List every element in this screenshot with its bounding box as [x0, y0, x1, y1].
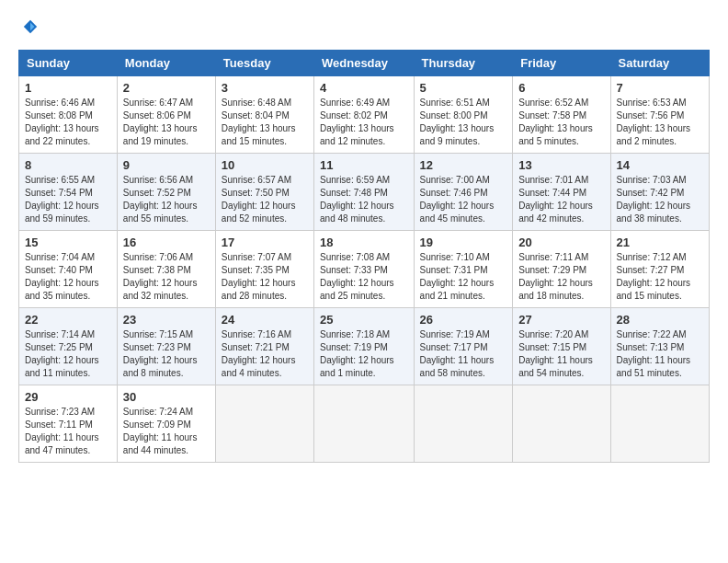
day-info: Sunrise: 7:15 AMSunset: 7:23 PMDaylight:… [123, 329, 198, 378]
day-number: 2 [123, 81, 210, 95]
day-number: 3 [222, 81, 308, 95]
calendar-day-cell: 12 Sunrise: 7:00 AMSunset: 7:46 PMDaylig… [414, 154, 513, 231]
day-info: Sunrise: 7:08 AMSunset: 7:33 PMDaylight:… [320, 252, 394, 301]
day-info: Sunrise: 7:04 AMSunset: 7:40 PMDaylight:… [25, 252, 99, 301]
day-info: Sunrise: 6:48 AMSunset: 8:04 PMDaylight:… [222, 98, 296, 146]
day-info: Sunrise: 6:53 AMSunset: 7:56 PMDaylight:… [617, 98, 691, 146]
calendar-day-cell: 2 Sunrise: 6:47 AMSunset: 8:06 PMDayligh… [117, 76, 215, 154]
calendar-day-cell: 9 Sunrise: 6:56 AMSunset: 7:52 PMDayligh… [117, 154, 215, 231]
calendar-day-cell: 11 Sunrise: 6:59 AMSunset: 7:48 PMDaylig… [314, 154, 415, 231]
day-info: Sunrise: 7:19 AMSunset: 7:17 PMDaylight:… [420, 329, 495, 378]
calendar-day-cell [314, 385, 415, 463]
weekday-header: Friday [513, 51, 610, 76]
day-number: 25 [320, 313, 408, 327]
calendar-day-cell [414, 385, 513, 463]
calendar-day-cell: 28 Sunrise: 7:22 AMSunset: 7:13 PMDaylig… [610, 308, 709, 385]
day-number: 23 [123, 313, 210, 327]
day-number: 24 [222, 313, 308, 327]
day-info: Sunrise: 7:18 AMSunset: 7:19 PMDaylight:… [320, 329, 394, 378]
calendar-day-cell: 22 Sunrise: 7:14 AMSunset: 7:25 PMDaylig… [19, 308, 118, 385]
day-number: 21 [617, 236, 703, 249]
day-info: Sunrise: 7:01 AMSunset: 7:44 PMDaylight:… [518, 175, 593, 224]
calendar-day-cell: 30 Sunrise: 7:24 AMSunset: 7:09 PMDaylig… [117, 385, 215, 463]
calendar-day-cell: 23 Sunrise: 7:15 AMSunset: 7:23 PMDaylig… [117, 308, 215, 385]
day-number: 30 [123, 390, 210, 404]
day-info: Sunrise: 7:06 AMSunset: 7:38 PMDaylight:… [123, 252, 198, 301]
day-info: Sunrise: 6:55 AMSunset: 7:54 PMDaylight:… [25, 175, 99, 224]
day-info: Sunrise: 7:03 AMSunset: 7:42 PMDaylight:… [617, 175, 691, 224]
calendar: SundayMondayTuesdayWednesdayThursdayFrid… [18, 50, 710, 463]
weekday-header: Saturday [610, 51, 709, 76]
calendar-day-cell: 13 Sunrise: 7:01 AMSunset: 7:44 PMDaylig… [513, 154, 610, 231]
day-number: 26 [420, 313, 507, 327]
weekday-header: Tuesday [215, 51, 313, 76]
day-number: 28 [617, 313, 703, 327]
day-info: Sunrise: 7:11 AMSunset: 7:29 PMDaylight:… [518, 252, 593, 301]
day-number: 27 [518, 313, 604, 327]
calendar-week-row: 1 Sunrise: 6:46 AMSunset: 8:08 PMDayligh… [19, 76, 710, 154]
calendar-day-cell: 15 Sunrise: 7:04 AMSunset: 7:40 PMDaylig… [19, 231, 118, 308]
calendar-day-cell: 6 Sunrise: 6:52 AMSunset: 7:58 PMDayligh… [513, 76, 610, 154]
calendar-day-cell: 20 Sunrise: 7:11 AMSunset: 7:29 PMDaylig… [513, 231, 610, 308]
weekday-header: Monday [117, 51, 215, 76]
calendar-day-cell: 25 Sunrise: 7:18 AMSunset: 7:19 PMDaylig… [314, 308, 415, 385]
calendar-day-cell: 26 Sunrise: 7:19 AMSunset: 7:17 PMDaylig… [414, 308, 513, 385]
calendar-day-cell: 8 Sunrise: 6:55 AMSunset: 7:54 PMDayligh… [19, 154, 118, 231]
calendar-day-cell: 18 Sunrise: 7:08 AMSunset: 7:33 PMDaylig… [314, 231, 415, 308]
calendar-week-row: 22 Sunrise: 7:14 AMSunset: 7:25 PMDaylig… [19, 308, 710, 385]
day-info: Sunrise: 6:56 AMSunset: 7:52 PMDaylight:… [123, 175, 198, 224]
calendar-day-cell: 1 Sunrise: 6:46 AMSunset: 8:08 PMDayligh… [19, 76, 118, 154]
calendar-day-cell: 5 Sunrise: 6:51 AMSunset: 8:00 PMDayligh… [414, 76, 513, 154]
calendar-day-cell [513, 385, 610, 463]
day-info: Sunrise: 6:47 AMSunset: 8:06 PMDaylight:… [123, 98, 198, 146]
day-number: 14 [617, 158, 703, 172]
day-number: 8 [25, 158, 111, 172]
day-info: Sunrise: 7:10 AMSunset: 7:31 PMDaylight:… [420, 252, 495, 301]
day-info: Sunrise: 7:00 AMSunset: 7:46 PMDaylight:… [420, 175, 495, 224]
calendar-week-row: 8 Sunrise: 6:55 AMSunset: 7:54 PMDayligh… [19, 154, 710, 231]
day-info: Sunrise: 7:16 AMSunset: 7:21 PMDaylight:… [222, 329, 296, 378]
day-info: Sunrise: 6:51 AMSunset: 8:00 PMDaylight:… [420, 98, 495, 146]
day-info: Sunrise: 7:24 AMSunset: 7:09 PMDaylight:… [123, 407, 198, 455]
day-number: 10 [222, 158, 308, 172]
day-info: Sunrise: 7:22 AMSunset: 7:13 PMDaylight:… [617, 329, 691, 378]
calendar-day-cell: 16 Sunrise: 7:06 AMSunset: 7:38 PMDaylig… [117, 231, 215, 308]
calendar-day-cell: 19 Sunrise: 7:10 AMSunset: 7:31 PMDaylig… [414, 231, 513, 308]
calendar-day-cell: 7 Sunrise: 6:53 AMSunset: 7:56 PMDayligh… [610, 76, 709, 154]
day-number: 29 [25, 390, 111, 404]
logo-icon [22, 18, 39, 35]
calendar-day-cell: 21 Sunrise: 7:12 AMSunset: 7:27 PMDaylig… [610, 231, 709, 308]
day-info: Sunrise: 6:57 AMSunset: 7:50 PMDaylight:… [222, 175, 296, 224]
day-info: Sunrise: 7:23 AMSunset: 7:11 PMDaylight:… [25, 407, 99, 455]
day-number: 20 [518, 236, 604, 249]
day-info: Sunrise: 6:52 AMSunset: 7:58 PMDaylight:… [518, 98, 593, 146]
day-info: Sunrise: 7:14 AMSunset: 7:25 PMDaylight:… [25, 329, 99, 378]
calendar-day-cell: 27 Sunrise: 7:20 AMSunset: 7:15 PMDaylig… [513, 308, 610, 385]
day-number: 7 [617, 81, 703, 95]
day-number: 19 [420, 236, 507, 249]
day-number: 15 [25, 236, 111, 249]
day-number: 11 [320, 158, 408, 172]
day-number: 4 [320, 81, 408, 95]
day-number: 16 [123, 236, 210, 249]
weekday-header: Sunday [19, 51, 118, 76]
day-info: Sunrise: 6:49 AMSunset: 8:02 PMDaylight:… [320, 98, 394, 146]
day-number: 13 [518, 158, 604, 172]
day-info: Sunrise: 7:12 AMSunset: 7:27 PMDaylight:… [617, 252, 691, 301]
day-info: Sunrise: 7:07 AMSunset: 7:35 PMDaylight:… [222, 252, 296, 301]
day-info: Sunrise: 6:59 AMSunset: 7:48 PMDaylight:… [320, 175, 394, 224]
calendar-day-cell [215, 385, 313, 463]
logo [18, 18, 39, 35]
day-number: 1 [25, 81, 111, 95]
calendar-header-row: SundayMondayTuesdayWednesdayThursdayFrid… [19, 51, 710, 76]
calendar-day-cell: 4 Sunrise: 6:49 AMSunset: 8:02 PMDayligh… [314, 76, 415, 154]
calendar-day-cell: 24 Sunrise: 7:16 AMSunset: 7:21 PMDaylig… [215, 308, 313, 385]
day-number: 17 [222, 236, 308, 249]
weekday-header: Wednesday [314, 51, 415, 76]
day-number: 6 [518, 81, 604, 95]
calendar-day-cell: 17 Sunrise: 7:07 AMSunset: 7:35 PMDaylig… [215, 231, 313, 308]
calendar-day-cell: 29 Sunrise: 7:23 AMSunset: 7:11 PMDaylig… [19, 385, 118, 463]
calendar-day-cell: 14 Sunrise: 7:03 AMSunset: 7:42 PMDaylig… [610, 154, 709, 231]
day-number: 9 [123, 158, 210, 172]
day-number: 22 [25, 313, 111, 327]
